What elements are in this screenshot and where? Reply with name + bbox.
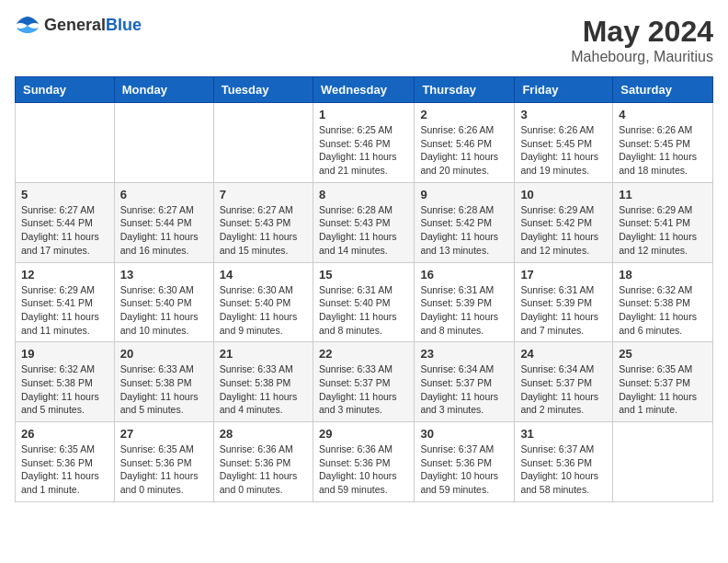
day-info-line: Sunset: 5:46 PM — [319, 138, 391, 149]
day-info-line: Sunrise: 6:33 AM — [120, 363, 194, 374]
calendar-day-cell: 19Sunrise: 6:32 AMSunset: 5:38 PMDayligh… — [16, 342, 115, 422]
day-info-line: Daylight: 11 hours and 5 minutes. — [120, 391, 199, 416]
day-info-line: Sunrise: 6:35 AM — [120, 443, 194, 454]
col-header-sunday: Sunday — [16, 77, 115, 103]
day-info-line: Sunrise: 6:29 AM — [21, 284, 95, 295]
day-info-line: Sunset: 5:40 PM — [319, 297, 391, 308]
day-info-line: Sunrise: 6:35 AM — [21, 443, 95, 454]
day-info-line: Sunset: 5:40 PM — [220, 297, 291, 308]
day-info-line: Sunrise: 6:27 AM — [21, 204, 95, 215]
calendar-day-cell: 3Sunrise: 6:26 AMSunset: 5:45 PMDaylight… — [515, 103, 613, 183]
day-info-line: Sunrise: 6:31 AM — [420, 284, 494, 295]
day-info-line: Daylight: 11 hours and 0 minutes. — [120, 470, 199, 495]
logo-blue-text: Blue — [106, 16, 142, 34]
day-info: Sunrise: 6:35 AMSunset: 5:36 PMDaylight:… — [120, 442, 208, 497]
day-info-line: Sunset: 5:37 PM — [619, 377, 690, 388]
day-info-line: Sunrise: 6:27 AM — [120, 204, 194, 215]
day-info: Sunrise: 6:37 AMSunset: 5:36 PMDaylight:… — [420, 442, 508, 497]
day-info-line: Sunset: 5:44 PM — [21, 217, 93, 228]
day-number: 5 — [21, 188, 108, 201]
day-number: 14 — [220, 268, 307, 282]
day-info: Sunrise: 6:25 AMSunset: 5:46 PMDaylight:… — [319, 123, 408, 178]
day-number: 15 — [319, 268, 408, 282]
day-info-line: Sunset: 5:36 PM — [120, 457, 192, 468]
day-number: 22 — [319, 347, 408, 361]
day-number: 28 — [220, 427, 307, 441]
day-info: Sunrise: 6:28 AMSunset: 5:43 PMDaylight:… — [319, 203, 408, 258]
calendar-week-row: 26Sunrise: 6:35 AMSunset: 5:36 PMDayligh… — [16, 422, 713, 502]
day-info-line: Sunrise: 6:34 AM — [420, 363, 494, 374]
day-info-line: Daylight: 11 hours and 12 minutes. — [520, 231, 598, 256]
day-info-line: Sunrise: 6:34 AM — [520, 363, 594, 374]
day-info-line: Sunset: 5:45 PM — [619, 138, 690, 149]
calendar-day-cell: 6Sunrise: 6:27 AMSunset: 5:44 PMDaylight… — [114, 182, 213, 262]
day-info-line: Sunrise: 6:30 AM — [220, 284, 293, 295]
day-number: 21 — [220, 347, 307, 361]
day-info-line: Sunset: 5:42 PM — [520, 217, 592, 228]
day-info-line: Sunset: 5:41 PM — [619, 217, 690, 228]
col-header-saturday: Saturday — [613, 77, 713, 103]
day-info-line: Daylight: 11 hours and 2 minutes. — [520, 391, 598, 416]
day-info-line: Sunrise: 6:35 AM — [619, 363, 692, 374]
logo-bird-icon — [15, 15, 40, 35]
empty-cell — [16, 103, 115, 183]
calendar-day-cell: 18Sunrise: 6:32 AMSunset: 5:38 PMDayligh… — [613, 262, 713, 342]
calendar-day-cell: 22Sunrise: 6:33 AMSunset: 5:37 PMDayligh… — [313, 342, 414, 422]
day-info-line: Daylight: 11 hours and 12 minutes. — [619, 231, 697, 256]
day-info: Sunrise: 6:33 AMSunset: 5:37 PMDaylight:… — [319, 362, 408, 417]
day-number: 25 — [619, 347, 707, 361]
day-info-line: Sunrise: 6:31 AM — [520, 284, 594, 295]
day-info: Sunrise: 6:35 AMSunset: 5:37 PMDaylight:… — [619, 362, 707, 417]
empty-cell — [114, 103, 213, 183]
day-number: 9 — [420, 188, 508, 201]
day-info-line: Daylight: 10 hours and 59 minutes. — [319, 470, 397, 495]
day-info-line: Sunset: 5:43 PM — [319, 217, 391, 228]
day-number: 29 — [319, 427, 408, 441]
day-number: 1 — [319, 108, 408, 121]
day-info: Sunrise: 6:34 AMSunset: 5:37 PMDaylight:… — [520, 362, 607, 417]
calendar-day-cell: 4Sunrise: 6:26 AMSunset: 5:45 PMDaylight… — [613, 103, 713, 183]
day-info-line: Sunset: 5:38 PM — [619, 297, 690, 308]
title-block: May 2024 Mahebourg, Mauritius — [571, 15, 713, 65]
day-info-line: Daylight: 11 hours and 5 minutes. — [21, 391, 99, 416]
calendar-day-cell: 24Sunrise: 6:34 AMSunset: 5:37 PMDayligh… — [515, 342, 613, 422]
day-info-line: Sunset: 5:38 PM — [220, 377, 291, 388]
day-info: Sunrise: 6:31 AMSunset: 5:40 PMDaylight:… — [319, 283, 408, 338]
day-info: Sunrise: 6:32 AMSunset: 5:38 PMDaylight:… — [21, 362, 108, 417]
col-header-friday: Friday — [515, 77, 613, 103]
day-info: Sunrise: 6:30 AMSunset: 5:40 PMDaylight:… — [220, 283, 307, 338]
day-info-line: Sunrise: 6:27 AM — [220, 204, 293, 215]
col-header-monday: Monday — [114, 77, 213, 103]
day-number: 23 — [420, 347, 508, 361]
day-info: Sunrise: 6:29 AMSunset: 5:42 PMDaylight:… — [520, 203, 607, 258]
day-info-line: Sunrise: 6:32 AM — [21, 363, 95, 374]
day-info-line: Daylight: 11 hours and 11 minutes. — [21, 311, 99, 336]
day-info-line: Daylight: 11 hours and 1 minute. — [21, 470, 99, 495]
day-info-line: Daylight: 11 hours and 16 minutes. — [120, 231, 199, 256]
calendar-week-row: 12Sunrise: 6:29 AMSunset: 5:41 PMDayligh… — [16, 262, 713, 342]
calendar-day-cell: 2Sunrise: 6:26 AMSunset: 5:46 PMDaylight… — [415, 103, 515, 183]
location: Mahebourg, Mauritius — [571, 49, 713, 65]
day-number: 8 — [319, 188, 408, 201]
day-info-line: Sunset: 5:43 PM — [220, 217, 291, 228]
day-info: Sunrise: 6:27 AMSunset: 5:43 PMDaylight:… — [220, 203, 307, 258]
day-info-line: Daylight: 11 hours and 15 minutes. — [220, 231, 298, 256]
day-info-line: Sunset: 5:37 PM — [420, 377, 492, 388]
day-info-line: Sunset: 5:41 PM — [21, 297, 93, 308]
month-year: May 2024 — [571, 15, 713, 49]
day-info-line: Sunrise: 6:31 AM — [319, 284, 392, 295]
logo-general-text: General — [44, 16, 106, 34]
day-info-line: Daylight: 11 hours and 3 minutes. — [420, 391, 498, 416]
day-info-line: Sunset: 5:42 PM — [420, 217, 492, 228]
day-info-line: Sunrise: 6:36 AM — [220, 443, 293, 454]
calendar-day-cell: 5Sunrise: 6:27 AMSunset: 5:44 PMDaylight… — [16, 182, 115, 262]
day-info-line: Sunset: 5:39 PM — [420, 297, 492, 308]
day-info-line: Daylight: 11 hours and 19 minutes. — [520, 151, 598, 176]
day-number: 19 — [21, 347, 108, 361]
empty-cell — [213, 103, 313, 183]
day-number: 27 — [120, 427, 208, 441]
day-info: Sunrise: 6:27 AMSunset: 5:44 PMDaylight:… — [120, 203, 208, 258]
day-info-line: Daylight: 11 hours and 3 minutes. — [319, 391, 397, 416]
day-info: Sunrise: 6:36 AMSunset: 5:36 PMDaylight:… — [319, 442, 408, 497]
day-info-line: Sunrise: 6:26 AM — [520, 124, 594, 135]
